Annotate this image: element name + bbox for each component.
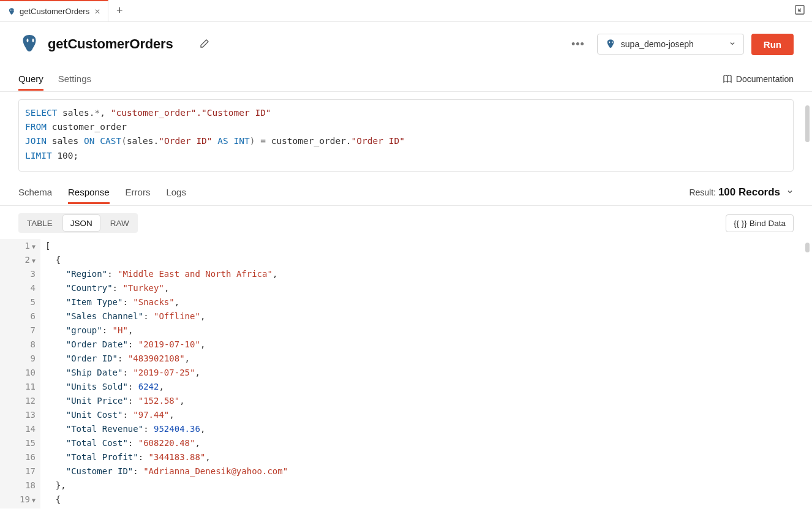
- chevron-down-icon: [786, 187, 794, 197]
- postgres-icon: [7, 7, 16, 16]
- view-mode-segmented: TABLE JSON RAW: [18, 213, 138, 233]
- view-mode-table[interactable]: TABLE: [18, 213, 61, 233]
- scrollbar[interactable]: [805, 243, 810, 255]
- query-subtabs: Query Settings Documentation: [0, 66, 812, 92]
- json-response-viewer[interactable]: 1▼2▼345678910111213141516171819▼ [ { "Re…: [0, 239, 812, 508]
- tab-settings[interactable]: Settings: [58, 67, 91, 90]
- edit-title-icon[interactable]: [200, 39, 209, 50]
- file-tab-label: getCustomerOrders: [20, 7, 89, 16]
- braces-icon: {{ }}: [734, 219, 747, 228]
- run-button[interactable]: Run: [751, 34, 794, 55]
- bind-data-label: Bind Data: [750, 219, 786, 228]
- chevron-down-icon: [729, 39, 736, 49]
- close-tab-icon[interactable]: ✕: [94, 7, 100, 16]
- json-code: [ { "Region": "Middle East and North Afr…: [40, 239, 812, 508]
- file-tab[interactable]: getCustomerOrders ✕: [0, 0, 108, 22]
- expand-panel-icon[interactable]: [788, 5, 812, 17]
- postgres-icon: [605, 39, 616, 50]
- view-mode-json[interactable]: JSON: [62, 214, 100, 232]
- tab-logs[interactable]: Logs: [166, 181, 186, 203]
- more-menu-icon[interactable]: •••: [566, 38, 590, 51]
- tab-bar: getCustomerOrders ✕ +: [0, 0, 812, 22]
- view-mode-raw[interactable]: RAW: [102, 213, 138, 233]
- tab-response[interactable]: Response: [68, 181, 110, 203]
- tab-query[interactable]: Query: [18, 67, 43, 90]
- database-selector[interactable]: supa_demo-joseph: [597, 34, 744, 55]
- postgres-logo-icon: [18, 33, 40, 55]
- book-icon: [723, 75, 732, 83]
- documentation-link[interactable]: Documentation: [723, 74, 794, 84]
- scrollbar[interactable]: [805, 105, 810, 179]
- bind-data-button[interactable]: {{ }} Bind Data: [726, 214, 794, 232]
- add-tab-button[interactable]: +: [108, 4, 130, 17]
- result-count[interactable]: Result: 100 Records: [689, 186, 794, 198]
- tab-schema[interactable]: Schema: [18, 181, 52, 203]
- tab-errors[interactable]: Errors: [126, 181, 151, 203]
- query-header: getCustomerOrders ••• supa_demo-joseph R…: [0, 22, 812, 66]
- response-toolbar: TABLE JSON RAW {{ }} Bind Data: [0, 206, 812, 239]
- database-selector-label: supa_demo-joseph: [621, 39, 724, 49]
- line-gutter: 1▼2▼345678910111213141516171819▼: [0, 239, 40, 508]
- sql-editor[interactable]: SELECT sales.*, "customer_order"."Custom…: [18, 99, 794, 172]
- documentation-label: Documentation: [736, 74, 794, 84]
- query-title: getCustomerOrders: [48, 36, 173, 52]
- result-tabs: Schema Response Errors Logs Result: 100 …: [0, 179, 812, 206]
